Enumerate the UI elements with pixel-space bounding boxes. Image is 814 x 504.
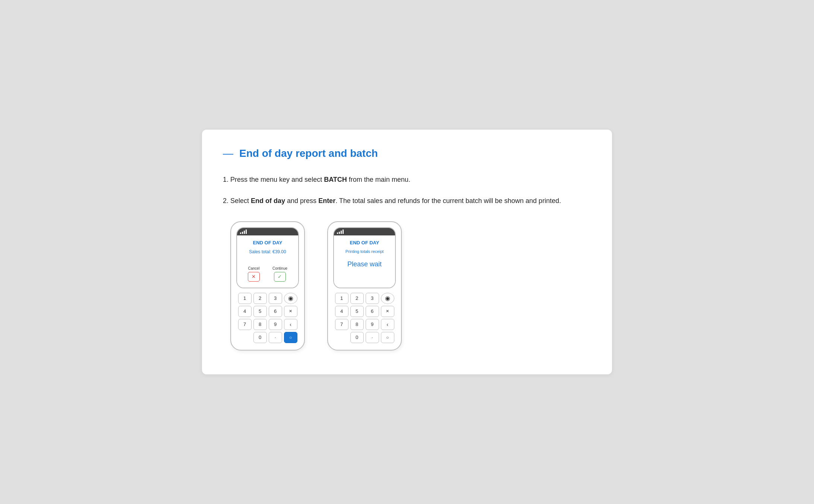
d2-key-dot[interactable]: · [366, 332, 379, 343]
d2-key-row-1: 1 2 3 ◉ [333, 293, 396, 304]
key-3[interactable]: 3 [269, 293, 282, 304]
key-9[interactable]: 9 [269, 319, 282, 330]
device2-screen: END OF DAY Printing totals receipt Pleas… [334, 235, 395, 288]
signal-bar2-1 [337, 232, 338, 234]
key-row-1: 1 2 3 ◉ [236, 293, 299, 304]
device-1: END OF DAY Sales total: €39.00 Cancel ✕ … [230, 221, 305, 351]
d2-key-empty [335, 332, 348, 343]
device1-buttons-row: Cancel ✕ Continue ✓ [242, 266, 294, 282]
d2-key-2[interactable]: 2 [350, 293, 364, 304]
d2-key-circle[interactable]: ◉ [381, 293, 394, 304]
signal-bar-4 [246, 229, 247, 234]
cancel-btn[interactable]: ✕ [248, 272, 260, 282]
step-1: 1. Press the menu key and select BATCH f… [223, 174, 591, 185]
step2-bold2: Enter [318, 197, 335, 205]
title-dash: — [223, 148, 233, 159]
d2-key-7[interactable]: 7 [335, 319, 348, 330]
d2-key-x[interactable]: ✕ [381, 306, 394, 317]
d2-key-8[interactable]: 8 [350, 319, 364, 330]
devices-container: END OF DAY Sales total: €39.00 Cancel ✕ … [223, 221, 591, 351]
device2-inner: END OF DAY Printing totals receipt Pleas… [333, 227, 396, 288]
signal-icon [240, 229, 247, 234]
key-8[interactable]: 8 [253, 319, 267, 330]
main-card: — End of day report and batch 1. Press t… [202, 130, 612, 374]
device2-status-bar [334, 228, 395, 235]
device1-sales: Sales total: €39.00 [249, 249, 286, 254]
key-back[interactable]: ‹ [284, 319, 297, 330]
key-4[interactable]: 4 [238, 306, 252, 317]
device1-screen-title: END OF DAY [253, 240, 283, 245]
signal-bar2-2 [339, 232, 340, 234]
d2-key-enter[interactable]: ○ [381, 332, 394, 343]
continue-btn[interactable]: ✓ [274, 272, 286, 282]
key-0[interactable]: 0 [253, 332, 267, 343]
device2-printing: Printing totals receipt [346, 249, 384, 254]
continue-group: Continue ✓ [272, 266, 287, 282]
signal-bar2-4 [343, 229, 344, 234]
d2-key-6[interactable]: 6 [366, 306, 379, 317]
d2-key-row-3: 7 8 9 ‹ [333, 319, 396, 330]
signal-icon-2 [337, 229, 344, 234]
key-7[interactable]: 7 [238, 319, 252, 330]
key-row-2: 4 5 6 ✕ [236, 306, 299, 317]
page-title: End of day report and batch [239, 148, 378, 159]
cancel-symbol: ✕ [252, 274, 256, 279]
d2-key-3[interactable]: 3 [366, 293, 379, 304]
key-row-4: 0 · ○ [236, 332, 299, 343]
d2-key-1[interactable]: 1 [335, 293, 348, 304]
key-5[interactable]: 5 [253, 306, 267, 317]
device1-screen: END OF DAY Sales total: €39.00 Cancel ✕ … [237, 235, 298, 288]
continue-label: Continue [272, 266, 287, 270]
signal-bar-2 [242, 232, 243, 234]
key-x[interactable]: ✕ [284, 306, 297, 317]
d2-key-9[interactable]: 9 [366, 319, 379, 330]
d2-key-0[interactable]: 0 [350, 332, 364, 343]
key-row-3: 7 8 9 ‹ [236, 319, 299, 330]
signal-bar-1 [240, 232, 241, 234]
key-dot[interactable]: · [269, 332, 282, 343]
device-2: END OF DAY Printing totals receipt Pleas… [327, 221, 402, 351]
step1-number: 1. Press the menu key and select BATCH f… [223, 176, 410, 183]
d2-key-back[interactable]: ‹ [381, 319, 394, 330]
key-2[interactable]: 2 [253, 293, 267, 304]
key-empty [238, 332, 252, 343]
step2-bold1: End of day [251, 197, 285, 205]
device2-screen-title: END OF DAY [350, 240, 379, 245]
signal-bar-3 [244, 231, 245, 234]
device1-inner: END OF DAY Sales total: €39.00 Cancel ✕ … [236, 227, 299, 288]
device2-keypad: 1 2 3 ◉ 4 5 6 ✕ 7 8 9 ‹ [333, 293, 396, 343]
d2-key-4[interactable]: 4 [335, 306, 348, 317]
d2-key-row-2: 4 5 6 ✕ [333, 306, 396, 317]
cancel-group: Cancel ✕ [248, 266, 260, 282]
step-2: 2. Select End of day and press Enter. Th… [223, 196, 591, 206]
d2-key-row-4: 0 · ○ [333, 332, 396, 343]
d2-key-5[interactable]: 5 [350, 306, 364, 317]
key-enter[interactable]: ○ [284, 332, 297, 343]
key-circle[interactable]: ◉ [284, 293, 297, 304]
page-title-container: — End of day report and batch [223, 148, 591, 159]
device1-status-bar [237, 228, 298, 235]
device2-wait: Please wait [347, 260, 382, 268]
key-1[interactable]: 1 [238, 293, 252, 304]
signal-bar2-3 [341, 231, 342, 234]
key-6[interactable]: 6 [269, 306, 282, 317]
step1-bold: BATCH [324, 176, 347, 183]
cancel-label: Cancel [248, 266, 259, 270]
step2-text: 2. Select End of day and press Enter. Th… [223, 197, 561, 205]
confirm-symbol: ✓ [278, 274, 282, 279]
device1-keypad: 1 2 3 ◉ 4 5 6 ✕ 7 8 9 ‹ [236, 293, 299, 343]
